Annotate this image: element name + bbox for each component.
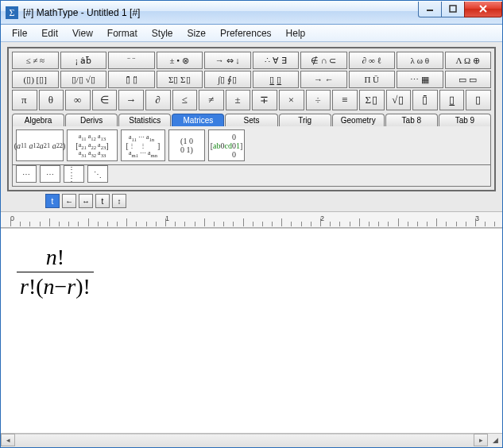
menu-file[interactable]: File — [6, 26, 33, 41]
scroll-right-button[interactable]: ▸ — [474, 434, 488, 446]
symbol-button-large[interactable]: ≡ — [332, 90, 358, 110]
symbol-button[interactable]: Π Ū — [349, 71, 396, 88]
dots-template-button[interactable]: ⋯ — [40, 165, 60, 183]
tab-statistics[interactable]: Statistics — [118, 114, 171, 126]
symbol-button[interactable]: ¡ ȧƀ — [60, 52, 107, 69]
menu-edit[interactable]: Edit — [35, 26, 64, 41]
tab-sets[interactable]: Sets — [225, 114, 277, 126]
menu-style[interactable]: Style — [145, 26, 180, 41]
app-icon: Σ — [6, 6, 18, 19]
menu-help[interactable]: Help — [280, 26, 312, 41]
symbol-button-large[interactable]: π — [12, 90, 37, 110]
symbol-button[interactable]: ∂ ∞ ℓ — [349, 52, 396, 69]
symbol-button-large[interactable]: ∂ — [145, 90, 171, 110]
window-controls — [419, 2, 502, 17]
menu-format[interactable]: Format — [101, 26, 144, 41]
dots-template-button[interactable]: ⋱ — [87, 165, 108, 183]
tab-geometry[interactable]: Geometry — [332, 114, 385, 126]
symbol-button[interactable]: λ ω θ — [397, 52, 443, 69]
symbol-button-large[interactable]: ∞ — [65, 90, 91, 110]
matrix-template-button[interactable]: (1 00 1) — [168, 129, 205, 161]
dots-template-button[interactable]: ⋮ ⋮ — [64, 165, 84, 183]
symbol-button-large[interactable]: √▯ — [386, 90, 412, 110]
symbol-button-large[interactable]: ∓ — [252, 90, 277, 110]
symbol-button-large[interactable]: ÷ — [306, 90, 331, 110]
tab-derivs[interactable]: Derivs — [65, 114, 118, 126]
symbol-button[interactable]: → ← — [300, 71, 347, 88]
menubar: FileEditViewFormatStyleSizePreferencesHe… — [1, 25, 502, 42]
mini-toolbar: t←↔t↕ — [7, 191, 496, 208]
close-button[interactable] — [464, 2, 502, 17]
ruler[interactable]: 0123 — [1, 212, 502, 228]
matrix-template-button[interactable]: (a11 a12a21 a22) — [16, 129, 64, 161]
template-row: (a11 a12a21 a22)[a11 a12 a13a21 a22 a23a… — [12, 126, 491, 165]
symbol-button-large[interactable]: ≤ — [172, 90, 198, 110]
menu-preferences[interactable]: Preferences — [214, 26, 278, 41]
matrix-template-button[interactable]: [a11 a12 a13a21 a22 a23a31 a32 a33] — [67, 129, 118, 161]
mini-tool-button[interactable]: ← — [62, 194, 76, 208]
horizontal-scrollbar[interactable] — [15, 434, 474, 447]
formula[interactable]: n! r!(n−r)! — [17, 245, 94, 299]
symbol-button-large[interactable]: → — [118, 90, 144, 110]
symbol-button[interactable]: ▯̄ ▯̈ — [108, 71, 155, 88]
symbol-button-large[interactable]: × — [279, 90, 304, 110]
window-title: [#] MathType - Untitled 1 [#] — [23, 7, 419, 18]
tab-trig[interactable]: Trig — [279, 114, 331, 126]
symbol-button-large[interactable]: ▯̲ — [439, 90, 465, 110]
mini-tool-button[interactable]: t — [95, 194, 110, 208]
formula-numerator: n! — [46, 245, 64, 269]
tab-tab-9[interactable]: Tab 9 — [439, 114, 491, 126]
app-window: Σ [#] MathType - Untitled 1 [#] FileEdit… — [0, 0, 503, 448]
toolbar-area: ≤ ≠ ≈¡ ȧƀ¨ ¨± • ⊗→ ⇔ ↓∴ ∀ ∃∉ ∩ ⊂∂ ∞ ℓλ ω… — [1, 42, 502, 212]
symbol-button-large[interactable]: ▯̄ — [412, 90, 438, 110]
template-row-2: ⋯⋯⋮ ⋮⋱ — [12, 165, 491, 187]
symbol-button[interactable]: Λ Ω ⊕ — [445, 52, 492, 69]
symbol-button[interactable]: ∉ ∩ ⊂ — [300, 52, 347, 69]
template-tabs: AlgebraDerivsStatisticsMatricesSetsTrigG… — [12, 114, 491, 126]
resize-grip[interactable]: ◢ — [488, 434, 502, 446]
tab-algebra[interactable]: Algebra — [12, 114, 64, 126]
mini-tool-button[interactable]: t — [45, 194, 60, 208]
tab-matrices[interactable]: Matrices — [172, 114, 224, 126]
mini-tool-button[interactable]: ↕ — [112, 194, 126, 208]
tab-tab-8[interactable]: Tab 8 — [385, 114, 438, 126]
symbol-button[interactable]: ¨ ¨ — [108, 52, 155, 69]
symbol-button[interactable]: ≤ ≠ ≈ — [12, 52, 59, 69]
symbol-button-large[interactable]: ± — [226, 90, 251, 110]
svg-rect-3 — [450, 6, 456, 12]
symbol-button-large[interactable]: ∈ — [92, 90, 118, 110]
symbol-button[interactable]: ⋯ ▦ — [397, 71, 443, 88]
statusbar: ◂ ▸ ◢ — [1, 433, 502, 447]
symbol-button[interactable]: ▭ ▭ — [445, 71, 492, 88]
symbol-button-large[interactable]: ≠ — [199, 90, 224, 110]
maximize-button[interactable] — [441, 2, 465, 17]
matrix-template-button[interactable]: [a11 ⋯ a1n⋮ ⋮am1 ⋯ amn] — [121, 129, 165, 161]
symbol-button[interactable]: → ⇔ ↓ — [204, 52, 251, 69]
symbol-button-large[interactable]: ▯ — [466, 90, 491, 110]
editor-canvas[interactable]: n! r!(n−r)! — [1, 228, 502, 433]
symbol-button-large[interactable]: Σ▯ — [359, 90, 385, 110]
symbol-button[interactable]: ± • ⊗ — [157, 52, 203, 69]
mini-tool-button[interactable]: ↔ — [79, 194, 93, 208]
symbol-button-large[interactable]: θ — [39, 90, 64, 110]
dots-template-button[interactable]: ⋯ — [16, 165, 37, 183]
scroll-left-button[interactable]: ◂ — [1, 434, 15, 446]
symbol-button[interactable]: ▯̲ ▯̲ — [253, 71, 300, 88]
matrix-template-button[interactable]: [a b 0c d 00 0 1] — [208, 129, 245, 161]
formula-denominator: r!(n−r)! — [20, 274, 91, 299]
minimize-button[interactable] — [418, 2, 442, 17]
symbol-button[interactable]: ∫▯ ∮▯ — [204, 71, 251, 88]
symbol-button[interactable]: (▯) [▯] — [12, 71, 59, 88]
menu-view[interactable]: View — [66, 26, 99, 41]
symbol-button[interactable]: ▯/▯ √▯ — [60, 71, 107, 88]
svg-text:Σ: Σ — [10, 7, 15, 18]
menu-size[interactable]: Size — [181, 26, 212, 41]
symbol-button[interactable]: Σ▯ Σ▯ — [157, 71, 203, 88]
symbol-button[interactable]: ∴ ∀ ∃ — [253, 52, 300, 69]
symbol-panel: ≤ ≠ ≈¡ ȧƀ¨ ¨± • ⊗→ ⇔ ↓∴ ∀ ∃∉ ∩ ⊂∂ ∞ ℓλ ω… — [7, 47, 496, 191]
titlebar[interactable]: Σ [#] MathType - Untitled 1 [#] — [1, 1, 502, 25]
